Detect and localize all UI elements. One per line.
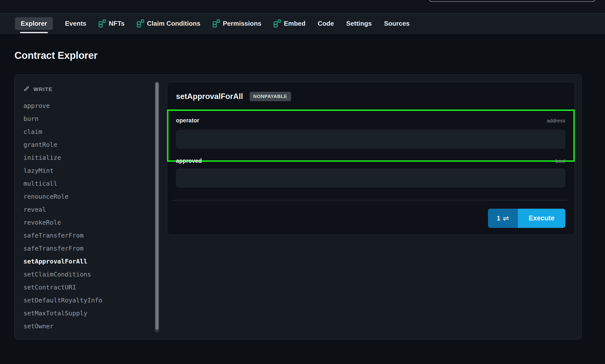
tab-label: Sources bbox=[384, 20, 410, 27]
tab-permissions[interactable]: Permissions bbox=[213, 19, 262, 28]
function-item[interactable]: burn bbox=[23, 112, 153, 125]
execute-button-group: 1 ⇌ Execute bbox=[488, 209, 565, 228]
field-type-bool: bool bbox=[555, 158, 565, 164]
page-title: Contract Explorer bbox=[14, 50, 98, 61]
function-item[interactable]: multicall bbox=[23, 177, 153, 190]
extension-icon bbox=[99, 19, 106, 28]
function-item[interactable]: lazyMint bbox=[23, 164, 153, 177]
mutability-badge: NONPAYABLE bbox=[250, 92, 291, 101]
function-item[interactable]: reveal bbox=[23, 203, 153, 216]
tab-label: Explorer bbox=[21, 20, 47, 27]
field-type-address: address bbox=[547, 118, 565, 124]
tab-explorer[interactable]: Explorer bbox=[15, 17, 53, 30]
function-item[interactable]: setClaimConditions bbox=[23, 268, 153, 281]
function-item[interactable]: setContractURI bbox=[23, 281, 153, 294]
function-item[interactable]: claim bbox=[23, 125, 153, 138]
function-list: approve burn claim grantRole initialize … bbox=[23, 99, 153, 333]
write-section-header: WRITE bbox=[23, 86, 53, 93]
extension-icon bbox=[213, 19, 220, 28]
tab-code[interactable]: Code bbox=[318, 20, 334, 27]
function-item[interactable]: grantRole bbox=[23, 138, 153, 151]
function-title: setApprovalForAll bbox=[176, 92, 243, 101]
write-section-label: WRITE bbox=[33, 86, 53, 92]
function-detail-panel: setApprovalForAll NONPAYABLE operator ad… bbox=[167, 82, 575, 235]
tab-label: NFTs bbox=[109, 20, 125, 27]
function-item[interactable]: renounceRole bbox=[23, 190, 153, 203]
tab-label: Events bbox=[65, 20, 86, 27]
scrollbar-thumb[interactable] bbox=[155, 83, 158, 330]
function-item[interactable]: revokeRole bbox=[23, 216, 153, 229]
operator-input[interactable] bbox=[176, 130, 565, 149]
active-tab-underline bbox=[20, 32, 48, 33]
cutoff-card-edge bbox=[429, 0, 596, 2]
field-label-approved: approved bbox=[176, 158, 202, 164]
function-panel-header: setApprovalForAll NONPAYABLE bbox=[176, 92, 565, 101]
function-item[interactable]: initialize bbox=[23, 151, 153, 164]
function-item[interactable]: setOwner bbox=[23, 320, 153, 333]
tab-label: Permissions bbox=[223, 20, 262, 27]
tab-nfts[interactable]: NFTs bbox=[99, 19, 125, 28]
field-label-operator: operator bbox=[176, 117, 199, 124]
pencil-icon bbox=[23, 86, 30, 93]
extension-icon bbox=[137, 19, 144, 28]
tab-label: Embed bbox=[284, 20, 305, 27]
explorer-card: WRITE approve burn claim grantRole initi… bbox=[14, 74, 582, 340]
top-strip bbox=[0, 0, 605, 13]
operator-field-labels: operator address bbox=[176, 117, 565, 124]
contract-tab-bar: Explorer Events NFTs Claim Conditions bbox=[0, 13, 605, 34]
tab-embed[interactable]: Embed bbox=[274, 19, 305, 28]
approved-field-labels: approved bool bbox=[176, 158, 565, 164]
tab-settings[interactable]: Settings bbox=[346, 20, 372, 27]
function-list-scrollbar[interactable] bbox=[155, 82, 159, 332]
footer-divider bbox=[173, 200, 569, 200]
tab-label: Code bbox=[318, 20, 334, 27]
approved-input[interactable] bbox=[176, 169, 565, 187]
function-item-selected[interactable]: setApprovalForAll bbox=[23, 255, 153, 268]
function-item[interactable]: setDefaultRoyaltyInfo bbox=[23, 294, 153, 307]
execute-button[interactable]: Execute bbox=[518, 209, 565, 228]
tab-events[interactable]: Events bbox=[65, 20, 86, 27]
queue-count-button[interactable]: 1 ⇌ bbox=[488, 209, 518, 228]
tab-claim-conditions[interactable]: Claim Conditions bbox=[137, 19, 200, 28]
extension-icon bbox=[274, 19, 281, 28]
tab-label: Claim Conditions bbox=[147, 20, 200, 27]
queue-count: 1 bbox=[497, 214, 500, 222]
function-item[interactable]: safeTransferFrom bbox=[23, 242, 153, 255]
tab-sources[interactable]: Sources bbox=[384, 20, 410, 27]
function-item[interactable]: approve bbox=[23, 99, 153, 112]
function-item[interactable]: setMaxTotalSupply bbox=[23, 307, 153, 320]
swap-arrows-icon: ⇌ bbox=[503, 215, 509, 222]
function-item[interactable]: safeTransferFrom bbox=[23, 229, 153, 242]
tab-label: Settings bbox=[346, 20, 372, 27]
